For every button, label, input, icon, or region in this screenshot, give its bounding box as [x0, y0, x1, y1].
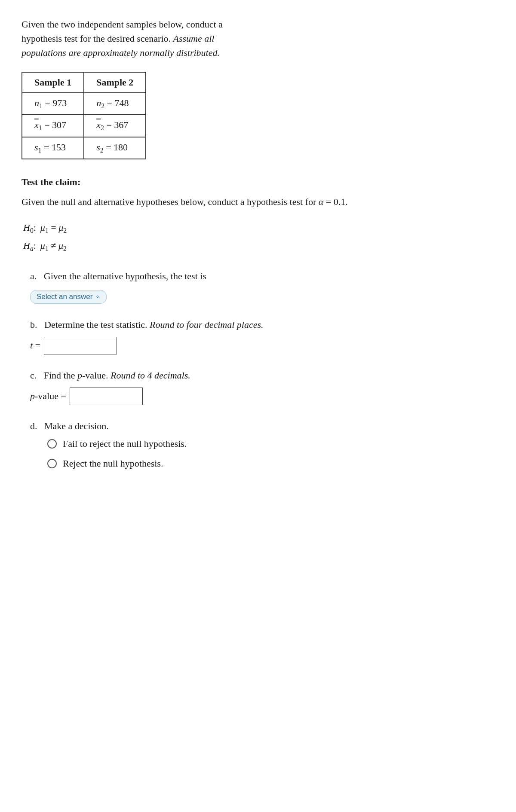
- table-cell-n1: n1 = 973: [22, 93, 84, 115]
- question-a: a. Given the alternative hypothesis, the…: [30, 269, 494, 304]
- h0-label: H0: μ1 = μ2: [23, 219, 67, 237]
- q-d-letter: d.: [30, 421, 37, 431]
- claim-heading: Test the claim:: [22, 177, 494, 188]
- chevron-down-icon: ⚬: [95, 293, 100, 300]
- table-row: x1 = 307 x2 = 367: [22, 115, 146, 137]
- p-value-input[interactable]: [70, 388, 143, 405]
- radio2-label: Reject the null hypothesis.: [63, 458, 163, 469]
- intro-line2: hypothesis test for the desired scenario…: [22, 33, 171, 44]
- q-c-text: Find the p-value. Round to 4 decimals.: [44, 370, 190, 381]
- table-col1-header: Sample 1: [22, 72, 84, 93]
- table-header-row: Sample 1 Sample 2: [22, 72, 146, 93]
- table-cell-s2: s2 = 180: [84, 137, 146, 159]
- question-d-label: d. Make a decision.: [30, 419, 494, 433]
- select-answer-label: Select an answer: [37, 293, 92, 301]
- ha-line: Ha: μ1 ≠ μ2: [23, 237, 494, 255]
- hypothesis-intro: Given the null and alternative hypothese…: [22, 195, 494, 209]
- radio-reject[interactable]: Reject the null hypothesis.: [47, 458, 494, 469]
- intro-italic2: populations are approximately normally d…: [22, 47, 220, 58]
- q-a-text: Given the alternative hypothesis, the te…: [44, 271, 206, 281]
- q-d-text: Make a decision.: [44, 421, 109, 431]
- t-statistic-input[interactable]: [44, 337, 117, 354]
- radio-circle-2[interactable]: [47, 459, 57, 468]
- intro-italic1: Assume all: [173, 33, 215, 44]
- ha-label: Ha: μ1 ≠ μ2: [23, 237, 67, 255]
- hypotheses-block: H0: μ1 = μ2 Ha: μ1 ≠ μ2: [23, 219, 494, 255]
- table-cell-xbar1: x1 = 307: [22, 115, 84, 137]
- intro-line1: Given the two independent samples below,…: [22, 19, 223, 30]
- q-c-letter: c.: [30, 370, 37, 381]
- q-a-letter: a.: [30, 271, 37, 281]
- decision-radio-group: Fail to reject the null hypothesis. Reje…: [47, 438, 494, 469]
- table-col2-header: Sample 2: [84, 72, 146, 93]
- radio1-label: Fail to reject the null hypothesis.: [63, 438, 187, 449]
- table-cell-n2: n2 = 748: [84, 93, 146, 115]
- table-cell-s1: s1 = 153: [22, 137, 84, 159]
- question-b-label: b. Determine the test statistic. Round t…: [30, 317, 494, 332]
- radio-circle-1[interactable]: [47, 439, 57, 449]
- question-a-label: a. Given the alternative hypothesis, the…: [30, 269, 494, 283]
- intro-paragraph: Given the two independent samples below,…: [22, 17, 494, 60]
- table-row: n1 = 973 n2 = 748: [22, 93, 146, 115]
- q-b-letter: b.: [30, 319, 37, 330]
- q-b-text: Determine the test statistic. Round to f…: [44, 319, 264, 330]
- question-b: b. Determine the test statistic. Round t…: [30, 317, 494, 354]
- question-d: d. Make a decision. Fail to reject the n…: [30, 419, 494, 469]
- p-value-row: p-value =: [30, 388, 494, 405]
- question-c: c. Find the p-value. Round to 4 decimals…: [30, 368, 494, 405]
- t-label: t =: [30, 340, 40, 351]
- h0-line: H0: μ1 = μ2: [23, 219, 494, 237]
- question-c-label: c. Find the p-value. Round to 4 decimals…: [30, 368, 494, 382]
- select-answer-button[interactable]: Select an answer ⚬: [30, 290, 107, 304]
- table-row: s1 = 153 s2 = 180: [22, 137, 146, 159]
- questions-section: a. Given the alternative hypothesis, the…: [30, 269, 494, 469]
- p-label: p-value =: [30, 391, 66, 402]
- sample-table: Sample 1 Sample 2 n1 = 973 n2 = 748 x1 =…: [22, 72, 146, 159]
- radio-fail-to-reject[interactable]: Fail to reject the null hypothesis.: [47, 438, 494, 449]
- t-statistic-row: t =: [30, 337, 494, 354]
- table-cell-xbar2: x2 = 367: [84, 115, 146, 137]
